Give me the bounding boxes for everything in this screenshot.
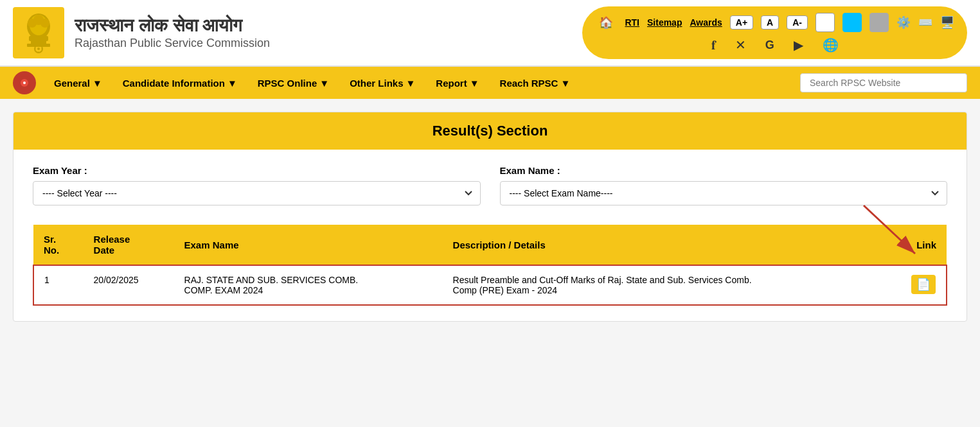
cell-link[interactable]: 📄 (884, 265, 947, 305)
col-sr-no: Sr.No. (33, 225, 84, 265)
table-row: 1 20/02/2025 RAJ. STATE AND SUB. SERVICE… (33, 265, 947, 305)
main-content: Result(s) Section Exam Year : ---- Selec… (0, 99, 980, 335)
nav-candidate-info-label: Candidate Information (123, 78, 225, 89)
nav-report-chevron: ▼ (470, 78, 479, 89)
site-header: राजस्थान लोक सेवा आयोग Rajasthan Public … (0, 0, 980, 67)
red-arrow-svg (851, 199, 928, 263)
search-container (800, 73, 967, 92)
nav-other-links-label: Other Links (350, 78, 403, 89)
nav-report[interactable]: Report ▼ (427, 67, 488, 99)
svg-point-7 (37, 48, 40, 50)
cell-description: Result Preamble and Cut-Off Marks of Raj… (443, 265, 884, 305)
table-header: Sr.No. ReleaseDate Exam Name Description… (33, 225, 947, 265)
exam-year-select[interactable]: ---- Select Year ---- (33, 181, 481, 205)
awards-link[interactable]: Awards (690, 17, 722, 28)
font-decrease-button[interactable]: A- (787, 15, 808, 30)
color-gray-button[interactable] (869, 13, 889, 32)
svg-line-19 (864, 205, 915, 254)
font-normal-button[interactable]: A (761, 15, 779, 30)
results-section-title: Result(s) Section (13, 112, 967, 150)
results-body: Exam Year : ---- Select Year ---- Exam N… (13, 150, 967, 321)
settings-icon[interactable]: ⚙️ (896, 15, 911, 30)
monitor-icon[interactable]: 🖥️ (940, 15, 954, 30)
sitemap-link[interactable]: Sitemap (647, 17, 682, 28)
youtube-icon[interactable]: ▶ (794, 37, 803, 53)
nav-general-label: General (54, 78, 90, 89)
navbar-logo (13, 71, 36, 94)
nav-reach-rpsc-chevron: ▼ (560, 78, 570, 89)
svg-point-17 (23, 82, 26, 84)
header-titles: राजस्थान लोक सेवा आयोग Rajasthan Public … (75, 15, 270, 50)
nav-rpsc-online-chevron: ▼ (319, 78, 329, 89)
main-navbar: General ▼ Candidate Information ▼ RPSC O… (0, 67, 980, 99)
nav-candidate-info-chevron: ▼ (227, 78, 237, 89)
filter-row: Exam Year : ---- Select Year ---- Exam N… (33, 165, 947, 205)
svg-rect-3 (29, 36, 48, 41)
cell-sr-no: 1 (33, 265, 84, 305)
nav-other-links[interactable]: Other Links ▼ (341, 67, 424, 99)
facebook-icon[interactable]: 𝐟 (711, 38, 716, 53)
nav-reach-rpsc[interactable]: Reach RPSC ▼ (491, 67, 580, 99)
keyboard-icon[interactable]: ⌨️ (918, 15, 932, 30)
exam-year-group: Exam Year : ---- Select Year ---- (33, 165, 481, 205)
color-cyan-button[interactable] (842, 13, 862, 32)
col-release-date: ReleaseDate (84, 225, 174, 265)
search-input[interactable] (800, 73, 967, 92)
exam-name-label: Exam Name : (500, 165, 948, 176)
arrow-container: Sr.No. ReleaseDate Exam Name Description… (33, 225, 947, 306)
nav-rpsc-online[interactable]: RPSC Online ▼ (249, 67, 338, 99)
site-logo (13, 7, 64, 58)
header-left: राजस्थान लोक सेवा आयोग Rajasthan Public … (13, 7, 270, 58)
nav-candidate-info[interactable]: Candidate Information ▼ (114, 67, 246, 99)
top-links: 🏠 RTI Sitemap Awards A+ A A- ⚙️ ⌨️ 🖥️ (595, 13, 954, 32)
nav-general[interactable]: General ▼ (45, 67, 111, 99)
cell-exam-name: RAJ. STATE AND SUB. SERVICES COMB.COMP. … (174, 265, 443, 305)
results-section: Result(s) Section Exam Year : ---- Selec… (13, 112, 967, 322)
globe-icon[interactable]: 🌐 (823, 37, 839, 53)
col-description: Description / Details (443, 225, 884, 265)
title-hindi: राजस्थान लोक सेवा आयोग (75, 15, 270, 37)
exam-year-label: Exam Year : (33, 165, 481, 176)
results-table: Sr.No. ReleaseDate Exam Name Description… (33, 225, 947, 306)
file-download-icon[interactable]: 📄 (911, 275, 936, 294)
social-links: 𝐟 ✕ G ▶ 🌐 (711, 37, 839, 53)
google-icon[interactable]: G (765, 39, 774, 52)
svg-point-14 (33, 15, 44, 25)
nav-report-label: Report (436, 78, 467, 89)
home-button[interactable]: 🏠 (595, 14, 617, 31)
twitter-x-icon[interactable]: ✕ (735, 37, 746, 53)
nav-reach-rpsc-label: Reach RPSC (500, 78, 558, 89)
rti-link[interactable]: RTI (625, 17, 639, 28)
nav-other-links-chevron: ▼ (406, 78, 416, 89)
color-white-button[interactable] (815, 13, 835, 32)
title-english: Rajasthan Public Service Commission (75, 37, 270, 50)
cell-release-date: 20/02/2025 (84, 265, 174, 305)
col-exam-name: Exam Name (174, 225, 443, 265)
nav-general-chevron: ▼ (93, 78, 102, 89)
nav-rpsc-online-label: RPSC Online (258, 78, 317, 89)
header-controls: 🏠 RTI Sitemap Awards A+ A A- ⚙️ ⌨️ 🖥️ 𝐟 … (582, 6, 967, 59)
font-increase-button[interactable]: A+ (730, 15, 753, 30)
